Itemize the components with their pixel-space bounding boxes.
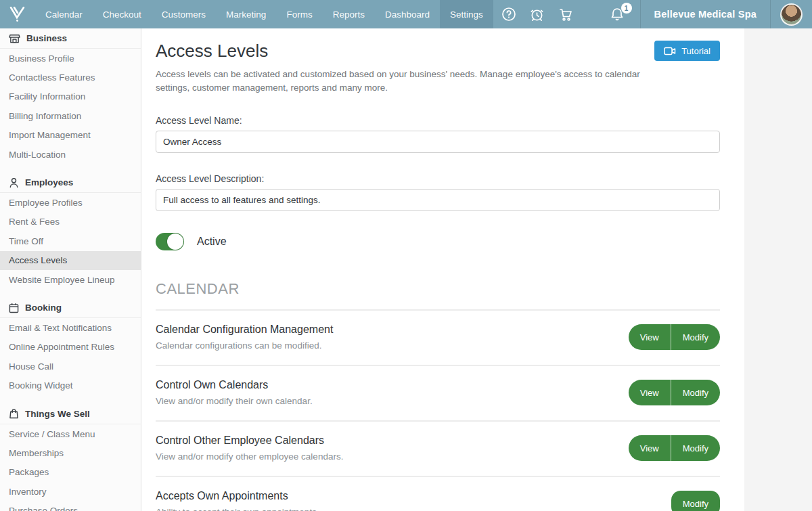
nav-item-calendar[interactable]: Calendar bbox=[35, 0, 93, 28]
sidebar-item-contactless-features[interactable]: Contactless Features bbox=[0, 68, 141, 87]
modify-button[interactable]: Modify bbox=[671, 324, 720, 350]
active-toggle-label: Active bbox=[197, 236, 227, 248]
permission-buttons: ViewModify bbox=[629, 324, 720, 350]
permission-title: Accepts Own Appointments bbox=[156, 490, 319, 502]
sidebar-item-purchase-orders[interactable]: Purchase Orders bbox=[0, 501, 141, 511]
sidebar-item-time-off[interactable]: Time Off bbox=[0, 231, 141, 250]
nav-item-customers[interactable]: Customers bbox=[152, 0, 216, 28]
notification-badge: 1 bbox=[621, 3, 632, 14]
sidebar-item-access-levels[interactable]: Access Levels bbox=[0, 251, 141, 270]
nav-item-marketing[interactable]: Marketing bbox=[216, 0, 276, 28]
sidebar-item-billing-information[interactable]: Billing Information bbox=[0, 106, 141, 125]
view-button[interactable]: View bbox=[629, 324, 671, 350]
user-menu[interactable] bbox=[771, 0, 812, 28]
sidebar-item-house-call[interactable]: House Call bbox=[0, 357, 141, 376]
modify-button[interactable]: Modify bbox=[671, 491, 720, 511]
sidebar-item-online-appointment-rules[interactable]: Online Appointment Rules bbox=[0, 338, 141, 357]
sidebar-item-multi-location[interactable]: Multi-Location bbox=[0, 145, 141, 164]
sidebar-item-inventory[interactable]: Inventory bbox=[0, 482, 141, 501]
sidebar-item-rent-fees[interactable]: Rent & Fees bbox=[0, 213, 141, 231]
alarm-icon[interactable] bbox=[526, 3, 549, 26]
access-level-name-label: Access Level Name: bbox=[156, 115, 720, 126]
view-button[interactable]: View bbox=[629, 380, 671, 405]
video-camera-icon bbox=[664, 47, 676, 55]
sidebar-header-booking: Booking bbox=[0, 298, 141, 318]
access-level-description-label: Access Level Description: bbox=[156, 173, 720, 184]
permission-subtitle: Calendar configurations can be modified. bbox=[156, 340, 333, 351]
page-title: Access Levels bbox=[156, 41, 268, 62]
sidebar-item-email-text-notifications[interactable]: Email & Text Notifications bbox=[0, 318, 141, 337]
nav-item-dashboard[interactable]: Dashboard bbox=[375, 0, 440, 28]
sidebar-section-employees: EmployeesEmployee ProfilesRent & FeesTim… bbox=[0, 173, 141, 289]
permission-subtitle: Ability to accept their own appointments… bbox=[156, 507, 319, 511]
permission-row-calendar-configuration-management: Calendar Configuration ManagementCalenda… bbox=[156, 311, 720, 366]
nav-items: CalendarCheckoutCustomersMarketingFormsR… bbox=[35, 0, 493, 28]
sidebar-item-website-employee-lineup[interactable]: Website Employee Lineup bbox=[0, 270, 141, 289]
person-icon bbox=[9, 177, 19, 188]
permission-subtitle: View and/or modify their own calendar. bbox=[156, 396, 313, 406]
calendar-icon bbox=[9, 303, 19, 313]
nav-item-checkout[interactable]: Checkout bbox=[93, 0, 152, 28]
bag-icon bbox=[9, 408, 19, 419]
permission-title: Control Own Calendars bbox=[156, 379, 313, 391]
sidebar-item-service-class-menu[interactable]: Service / Class Menu bbox=[0, 424, 141, 443]
permission-buttons: ViewModify bbox=[629, 435, 720, 461]
cart-icon[interactable] bbox=[554, 3, 577, 26]
toggle-knob bbox=[167, 234, 183, 250]
nav-item-settings[interactable]: Settings bbox=[440, 0, 493, 28]
sidebar-item-employee-profiles[interactable]: Employee Profiles bbox=[0, 193, 141, 212]
settings-sidebar: BusinessBusiness ProfileContactless Feat… bbox=[0, 28, 141, 511]
page-description: Access levels can be activated and custo… bbox=[156, 68, 660, 95]
access-level-name-input[interactable] bbox=[156, 131, 720, 153]
sidebar-header-business: Business bbox=[0, 28, 141, 49]
sidebar-item-packages[interactable]: Packages bbox=[0, 463, 141, 482]
active-toggle[interactable] bbox=[156, 233, 184, 250]
sidebar-item-import-management[interactable]: Import Management bbox=[0, 126, 141, 145]
access-level-description-input[interactable] bbox=[156, 189, 720, 211]
modify-button[interactable]: Modify bbox=[671, 380, 720, 405]
sidebar-item-business-profile[interactable]: Business Profile bbox=[0, 49, 141, 68]
permission-buttons: ViewModify bbox=[629, 380, 720, 405]
top-navigation: CalendarCheckoutCustomersMarketingFormsR… bbox=[0, 0, 812, 28]
tutorial-button[interactable]: Tutorial bbox=[654, 41, 720, 61]
sidebar-section-things-we-sell: Things We SellService / Class MenuMember… bbox=[0, 404, 141, 511]
permission-buttons: Modify bbox=[671, 491, 720, 511]
sidebar-section-business: BusinessBusiness ProfileContactless Feat… bbox=[0, 28, 141, 164]
nav-item-reports[interactable]: Reports bbox=[323, 0, 375, 28]
sidebar-item-booking-widget[interactable]: Booking Widget bbox=[0, 376, 141, 395]
sidebar-header-employees: Employees bbox=[0, 173, 141, 193]
modify-button[interactable]: Modify bbox=[671, 435, 720, 461]
calendar-section-heading: CALENDAR bbox=[156, 280, 720, 298]
permission-subtitle: View and/or modify other employee calend… bbox=[156, 451, 343, 462]
sidebar-item-memberships[interactable]: Memberships bbox=[0, 443, 141, 462]
permission-row-control-own-calendars: Control Own CalendarsView and/or modify … bbox=[156, 366, 720, 422]
sidebar-header-things-we-sell: Things We Sell bbox=[0, 404, 141, 424]
business-name[interactable]: Bellevue Medical Spa bbox=[641, 0, 770, 28]
permissions-list: Calendar Configuration ManagementCalenda… bbox=[156, 311, 720, 511]
nav-item-forms[interactable]: Forms bbox=[276, 0, 322, 28]
vagaro-logo[interactable] bbox=[0, 0, 35, 28]
notifications-bell[interactable]: 1 bbox=[594, 0, 640, 28]
permission-row-accepts-own-appointments: Accepts Own AppointmentsAbility to accep… bbox=[156, 477, 720, 511]
storefront-icon bbox=[9, 33, 20, 44]
permission-title: Control Other Employee Calendars bbox=[156, 435, 343, 447]
permission-row-control-other-employee-calendars: Control Other Employee CalendarsView and… bbox=[156, 422, 720, 477]
help-icon[interactable] bbox=[497, 3, 520, 26]
avatar[interactable] bbox=[780, 3, 803, 26]
sidebar-item-facility-information[interactable]: Facility Information bbox=[0, 87, 141, 106]
sidebar-section-booking: BookingEmail & Text NotificationsOnline … bbox=[0, 298, 141, 395]
permission-title: Calendar Configuration Management bbox=[156, 324, 333, 336]
view-button[interactable]: View bbox=[629, 435, 671, 461]
right-gutter bbox=[744, 28, 812, 511]
